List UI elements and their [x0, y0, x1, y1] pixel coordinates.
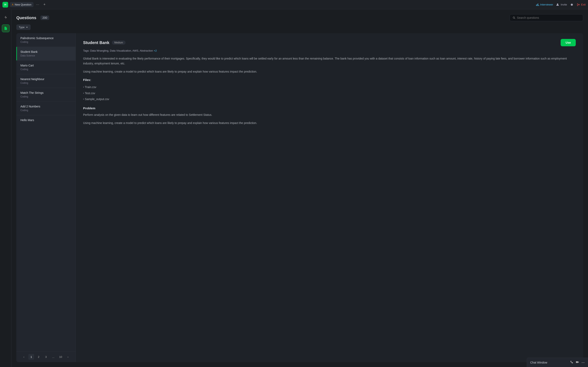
- question-subtitle: Coding: [20, 68, 71, 71]
- difficulty-badge: Medium: [112, 41, 126, 45]
- interviewer-button[interactable]: Interviewer: [536, 3, 553, 6]
- icon-sidebar: [0, 9, 11, 367]
- chat-window: Chat Window —: [527, 358, 588, 367]
- page-ellipsis: ...: [51, 354, 56, 360]
- exit-button[interactable]: Exit: [577, 3, 586, 6]
- list-item[interactable]: Mario Cart Coding: [16, 60, 76, 74]
- invite-button[interactable]: Invite: [556, 3, 567, 6]
- body-paragraph-2: Using machine learning, create a model t…: [83, 69, 576, 74]
- page-button-3[interactable]: 3: [43, 354, 49, 360]
- question-subtitle: Coding: [20, 109, 71, 112]
- search-input[interactable]: [517, 16, 580, 19]
- question-subtitle: Coding: [20, 95, 71, 98]
- next-page-button[interactable]: ›: [65, 354, 71, 360]
- list-item[interactable]: Student Bank Data Science: [16, 47, 76, 60]
- chat-window-label: Chat Window: [530, 361, 568, 364]
- problem-paragraph-1: Perform analysis on the given data to le…: [83, 113, 576, 117]
- chevron-down-icon: [26, 26, 28, 29]
- questions-header: Questions 200: [11, 9, 588, 25]
- svg-line-8: [515, 18, 515, 19]
- tags-row: Tags: Data Wrangling, Data Visualization…: [83, 49, 576, 52]
- prev-page-button[interactable]: ‹: [21, 354, 27, 360]
- tags-label: Tags:: [83, 49, 89, 52]
- tags-values: Data Wrangling, Data Visualization, AWS,…: [90, 49, 153, 52]
- type-filter-label: Type: [19, 26, 25, 29]
- svg-rect-9: [576, 361, 578, 363]
- file-item: Sample_output.csv: [83, 96, 576, 102]
- files-list: Train.csv Test.csv Sample_output.csv: [83, 84, 576, 102]
- main-layout: Questions 200 Type Palindromic Subseq: [0, 9, 588, 367]
- content-area: Questions 200 Type Palindromic Subseq: [11, 9, 588, 367]
- list-item[interactable]: Add 2 Numbers Coding: [16, 101, 76, 115]
- detail-header: Student Bank Medium Use: [83, 39, 576, 46]
- chat-minimize-icon[interactable]: —: [581, 361, 585, 364]
- detail-title: Student Bank: [83, 40, 109, 45]
- svg-rect-2: [538, 3, 538, 6]
- svg-rect-1: [537, 4, 537, 6]
- question-title: Nearest Neighbour: [20, 77, 71, 81]
- search-box[interactable]: [510, 14, 583, 21]
- svg-rect-3: [539, 5, 539, 6]
- question-title: Palindromic Subsequence: [20, 36, 71, 40]
- page-title: Questions: [16, 16, 36, 20]
- logo-text: H: [4, 3, 6, 6]
- tab-options-button[interactable]: ⋯: [35, 2, 40, 7]
- svg-point-7: [513, 17, 515, 18]
- page-button-2[interactable]: 2: [36, 354, 42, 360]
- list-item[interactable]: Hello Mars: [16, 115, 76, 126]
- use-button[interactable]: Use: [561, 39, 576, 46]
- question-title: Add 2 Numbers: [20, 105, 71, 108]
- detail-panel: Student Bank Medium Use Tags: Data Wrang…: [76, 33, 583, 362]
- topbar: H A New Question ⋯ + Interviewer Invite …: [0, 0, 588, 9]
- svg-rect-0: [536, 5, 536, 6]
- invite-label: Invite: [561, 3, 567, 6]
- settings-button[interactable]: [570, 3, 573, 6]
- page-button-10[interactable]: 10: [58, 354, 63, 360]
- list-item[interactable]: Palindromic Subsequence Coding: [16, 33, 76, 47]
- tab-new-question[interactable]: A New Question: [10, 2, 34, 7]
- problem-section-title: Problem: [83, 106, 576, 111]
- search-icon: [513, 16, 515, 19]
- question-title: Mario Cart: [20, 64, 71, 67]
- tab-avatar-icon: A: [12, 3, 13, 6]
- file-item: Test.csv: [83, 90, 576, 96]
- question-title: Match The Strings: [20, 91, 71, 94]
- lightning-icon-button[interactable]: [2, 13, 9, 21]
- question-subtitle: Data Science: [20, 54, 71, 57]
- tags-more: +2: [154, 49, 157, 52]
- topbar-right: Interviewer Invite Exit: [536, 3, 586, 6]
- interviewer-label: Interviewer: [540, 3, 553, 6]
- type-filter-button[interactable]: Type: [16, 25, 31, 30]
- two-panel: Palindromic Subsequence Coding Student B…: [16, 33, 583, 362]
- list-item[interactable]: Match The Strings Coding: [16, 88, 76, 101]
- page-button-1[interactable]: 1: [28, 354, 34, 360]
- questions-count-badge: 200: [40, 16, 49, 20]
- problem-paragraph-2: Using machine learning, create a model t…: [83, 121, 576, 125]
- pagination: ‹ 1 2 3 ... 10 ›: [16, 351, 76, 362]
- add-tab-button[interactable]: +: [42, 2, 47, 8]
- question-title: Student Bank: [20, 50, 71, 53]
- file-item: Train.csv: [83, 84, 576, 90]
- chat-video-icon[interactable]: [576, 360, 579, 365]
- chat-phone-icon[interactable]: [570, 360, 573, 365]
- tab-label: New Question: [15, 3, 31, 6]
- question-title: Hello Mars: [20, 118, 71, 122]
- filter-row: Type: [11, 25, 588, 33]
- question-subtitle: Coding: [20, 41, 71, 43]
- question-subtitle: Coding: [20, 82, 71, 84]
- exit-label: Exit: [581, 3, 586, 6]
- list-item[interactable]: Nearest Neighbour Coding: [16, 74, 76, 88]
- app-logo: H: [2, 2, 8, 8]
- document-icon-button[interactable]: [2, 25, 9, 32]
- detail-body: Global Bank is interested in evaluating …: [83, 56, 576, 125]
- question-list: Palindromic Subsequence Coding Student B…: [16, 33, 76, 362]
- files-section-title: Files:: [83, 77, 576, 83]
- body-paragraph-1: Global Bank is interested in evaluating …: [83, 56, 576, 66]
